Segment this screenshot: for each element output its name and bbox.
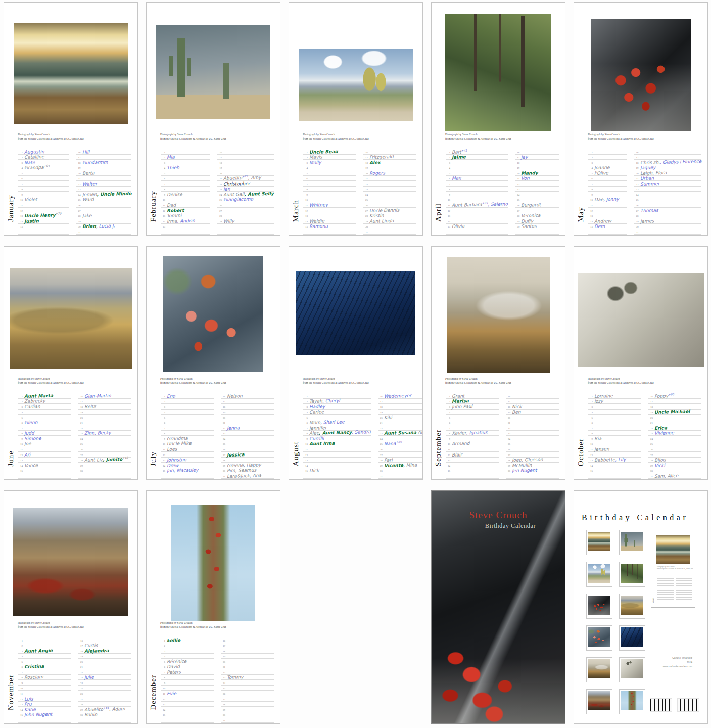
day-line: 5	[446, 415, 499, 420]
day-line: 17Fritzgerald	[363, 155, 416, 160]
day-line: 29	[78, 463, 131, 468]
day-number: 16	[78, 640, 83, 643]
day-line: 31	[221, 717, 274, 723]
handwritten-entry: Christopher	[223, 181, 250, 187]
day-line: 2	[161, 399, 214, 404]
day-line: 22	[506, 425, 559, 431]
day-number: 12	[161, 210, 165, 213]
entry-name: Drew	[167, 463, 179, 468]
day-number: 30	[378, 470, 383, 473]
day-number: 18	[78, 406, 83, 409]
day-line: 20Kiki	[378, 415, 423, 420]
handwritten-entry: Bijou	[654, 458, 666, 463]
day-line: 21	[221, 420, 274, 426]
handwritten-entry: Eno	[167, 394, 175, 398]
entry-name: Abuelito	[223, 175, 242, 181]
handwritten-entry: Simone	[24, 436, 41, 441]
day-line: 21	[648, 420, 701, 426]
day-line: 10Violet	[18, 197, 69, 203]
day-number: 15	[18, 714, 23, 717]
handwritten-entry: Giangiacomo	[223, 197, 253, 202]
day-line: 9	[18, 192, 69, 197]
month-label-march: March	[292, 200, 300, 222]
day-line: 22	[221, 669, 274, 675]
day-number: 6	[18, 177, 23, 180]
entry-name: Babbette	[594, 457, 615, 463]
barcode	[677, 698, 699, 712]
entry-name: Brian	[82, 224, 96, 230]
birthday-list: 1Bart+422Jaime3456Max7891011Aunt Barbara…	[446, 149, 559, 235]
day-number: 25	[634, 199, 639, 202]
day-line: 4Joanne	[588, 165, 627, 171]
entry-name: Max	[452, 176, 461, 181]
day-number: 26	[217, 204, 222, 207]
birthday-list: 12Mia34Thieh56789Denise1011Dad12Robert13…	[161, 149, 274, 235]
day-number: 28	[78, 459, 83, 462]
calendar-page-march: Photograph by Steve Crouchfrom the Speci…	[289, 2, 423, 236]
day-number: 6	[303, 177, 308, 180]
day-number: 23	[363, 188, 368, 191]
day-number: 14	[446, 465, 450, 468]
day-number: 9	[303, 438, 308, 441]
entry-name: Vicente	[384, 463, 403, 468]
day-number	[18, 234, 23, 234]
entry-name: Santos	[521, 224, 537, 230]
handwritten-entry: Alejandra	[84, 649, 109, 654]
day-number: 30	[363, 225, 368, 229]
photo-february	[156, 25, 270, 119]
day-line: 22	[78, 669, 131, 675]
day-number: 11	[303, 204, 308, 207]
handwritten-entry: Ward	[82, 198, 93, 203]
day-line: 24	[634, 192, 701, 197]
day-line: 29James	[634, 218, 701, 224]
birthday-list: 12Tayah, Cheryl3Hadley4Carlee56Mom, Shar…	[303, 393, 416, 479]
thumbnail-may	[586, 594, 612, 619]
day-line: 7	[18, 669, 71, 675]
day-line: 25	[634, 197, 701, 203]
entry-name: Bérénice	[167, 659, 187, 664]
day-number: 14	[303, 220, 308, 223]
day-number	[515, 234, 519, 234]
day-number: 20	[221, 661, 225, 664]
day-line: 1	[161, 149, 210, 155]
handwritten-entry: Marisa	[452, 399, 469, 404]
day-line: 9	[161, 680, 214, 686]
day-number: 22	[648, 427, 653, 430]
day-line: 16Gian-Martin	[78, 393, 131, 399]
entry-name: Abuelito	[84, 707, 103, 712]
day-number: 9	[588, 438, 593, 441]
day-line: 16Poppy+90	[648, 393, 701, 399]
day-number: 5	[446, 417, 450, 420]
day-number: 19	[78, 411, 83, 414]
day-number: 8	[446, 188, 450, 191]
day-number: 2	[18, 400, 23, 403]
handwritten-entry: Zabrecky	[24, 399, 45, 404]
day-number: 23	[217, 188, 222, 191]
handwritten-entry: Leigh, Flora	[640, 171, 667, 176]
day-number: 17	[76, 156, 81, 159]
publisher-name: Carlos Fernandez	[663, 656, 692, 660]
day-number: 16	[221, 640, 225, 643]
day-line: 29Duffy	[515, 218, 559, 224]
handwritten-entry: Erica	[654, 426, 667, 431]
day-number: 24	[634, 194, 639, 197]
day-number: 12	[446, 454, 450, 457]
day-number: 2	[446, 156, 450, 159]
day-line: 31Sam, Alice	[648, 473, 701, 479]
day-number: 8	[161, 188, 165, 191]
day-line: 13Pru	[18, 702, 71, 707]
entry-name: , Aunt Nancy	[319, 430, 352, 435]
day-line: 13Babbette, Lily	[588, 458, 641, 463]
entry-name: Uncle Dennis	[369, 207, 399, 213]
day-line: 28Aunt Liz, Jamito+12	[78, 458, 131, 463]
day-number: 15	[588, 470, 593, 473]
day-number: 4	[161, 167, 165, 170]
day-line: 13	[161, 702, 214, 707]
day-number: 26	[221, 693, 225, 696]
day-number: 22	[78, 427, 83, 430]
day-number: 11	[588, 448, 593, 451]
day-number: 29	[217, 220, 222, 223]
entry-name: Eno	[167, 393, 175, 398]
handwritten-entry: Nelson	[227, 394, 243, 399]
day-number: 30	[221, 470, 225, 473]
